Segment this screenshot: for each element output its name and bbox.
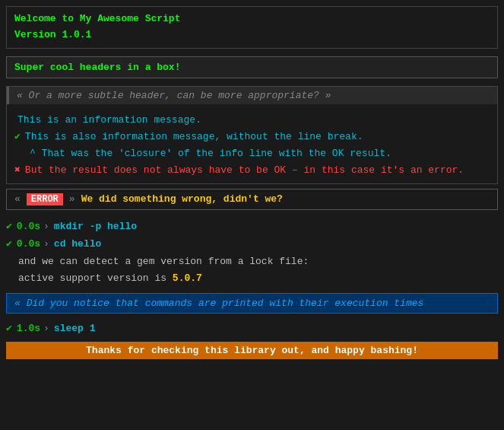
error-ok-line: ✖ But the result does not always have to…: [14, 162, 490, 179]
version-line: Version 1.0.1: [14, 27, 490, 43]
error-bar: « ERROR » We did something wrong, didn't…: [6, 189, 498, 210]
closure-line: ^ That was the 'closure' of the info lin…: [14, 145, 490, 162]
check-icon-1: ✔: [14, 129, 21, 145]
error-prefix: «: [14, 193, 21, 205]
header-text: Super cool headers in a box!: [14, 62, 490, 73]
plain-line-2: active support version is 5.0.7: [6, 270, 498, 287]
check-icon-3: ✔: [6, 235, 12, 253]
subtle-header: « Or a more subtle header, can be more a…: [7, 87, 497, 104]
cross-icon-1: ✖: [14, 162, 21, 179]
time-label-3: 1.0s: [17, 320, 40, 337]
error-badge: ERROR: [27, 193, 63, 205]
time-label-2: 0.0s: [17, 235, 40, 253]
info-line-4: But the result does not always have to b…: [25, 162, 464, 179]
cmd-text-3: sleep 1: [54, 320, 96, 337]
arrow-1: ›: [43, 218, 49, 235]
notice-bar: « Did you notice that commands are print…: [6, 293, 498, 314]
info-line-1: This is an information message.: [14, 112, 490, 129]
command-line-1: ✔ 0.0s › mkdir -p hello: [6, 218, 498, 235]
arrow-3: ›: [43, 320, 49, 337]
subtle-prefix: «: [17, 90, 23, 101]
subtle-section: « Or a more subtle header, can be more a…: [6, 86, 498, 184]
check-icon-2: ✔: [6, 218, 12, 235]
welcome-title: Welcome to My Awesome Script: [14, 11, 490, 27]
time-label-1: 0.0s: [17, 218, 40, 235]
info-ok-line: ✔ This is also information message, with…: [14, 129, 490, 145]
arrow-2: ›: [43, 235, 49, 253]
notice-text: Did you notice that commands are printed…: [27, 298, 424, 309]
sleep-section: ✔ 1.0s › sleep 1: [6, 318, 498, 339]
info-block: This is an information message. ✔ This i…: [7, 109, 497, 183]
commands-section: ✔ 0.0s › mkdir -p hello ✔ 0.0s › cd hell…: [6, 216, 498, 288]
plain2-prefix: active support version is: [18, 272, 173, 284]
notice-prefix: «: [14, 298, 21, 309]
thanks-text: Thanks for checking this library out, an…: [86, 345, 418, 356]
header-box: Super cool headers in a box!: [6, 56, 498, 78]
command-line-2: ✔ 0.0s › cd hello: [6, 235, 498, 253]
subtle-suffix: »: [325, 90, 331, 101]
command-line-3: ✔ 1.0s › sleep 1: [6, 320, 498, 337]
welcome-box: Welcome to My Awesome Script Version 1.0…: [6, 6, 498, 49]
cmd-text-2: cd hello: [54, 235, 101, 253]
info-line-2: This is also information message, withou…: [25, 129, 363, 145]
plain2-value: 5.0.7: [173, 272, 202, 284]
thanks-bar: Thanks for checking this library out, an…: [6, 342, 498, 359]
check-icon-4: ✔: [6, 320, 12, 337]
error-message: We did something wrong, didn't we?: [81, 193, 283, 205]
subtle-header-text: Or a more subtle header, can be more app…: [23, 90, 325, 101]
cmd-text-1: mkdir -p hello: [54, 218, 137, 235]
plain-line-1: and we can detect a gem version from a l…: [6, 253, 498, 270]
error-suffix: »: [69, 193, 75, 205]
